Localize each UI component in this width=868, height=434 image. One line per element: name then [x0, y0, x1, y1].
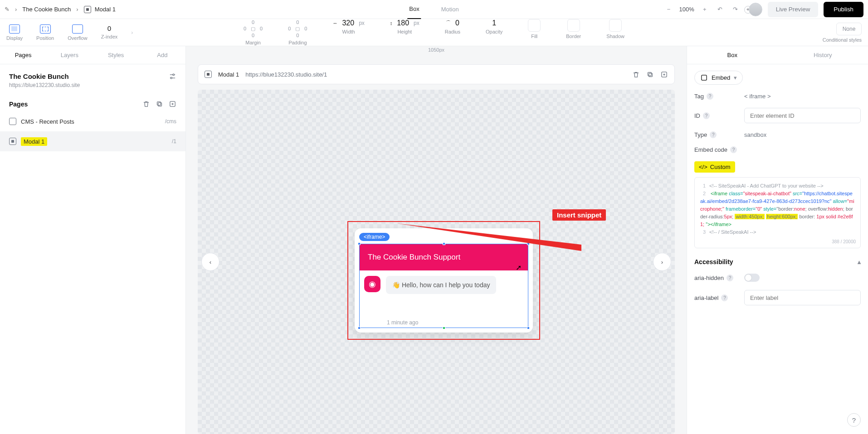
duplicate-icon[interactable] — [646, 71, 654, 78]
id-input[interactable] — [744, 108, 861, 123]
svg-rect-3 — [157, 102, 161, 106]
custom-label: Custom — [710, 164, 731, 170]
zoom-out-button[interactable]: − — [663, 5, 673, 14]
chevron-up-icon[interactable]: ▴ — [858, 258, 861, 265]
tab-motion[interactable]: Motion — [439, 0, 461, 19]
type-value[interactable]: sandbox — [744, 131, 861, 138]
canvas-modal-url: https://blue132230.studio.site/1 — [245, 71, 327, 78]
settings-icon[interactable] — [169, 72, 176, 80]
help-icon[interactable]: ? — [727, 275, 733, 281]
chevron-right-icon: › — [15, 6, 17, 13]
project-name: The Cookie Bunch — [9, 72, 80, 80]
margin-label: Margin — [245, 39, 261, 46]
duplicate-icon[interactable] — [156, 100, 163, 108]
aria-hidden-toggle[interactable] — [744, 274, 760, 282]
display-label: Display — [6, 35, 23, 41]
tag-value[interactable]: < iframe > — [744, 93, 861, 100]
left-tab-add[interactable]: Add — [139, 46, 185, 64]
right-tab-box[interactable]: Box — [687, 46, 778, 64]
height-value[interactable]: 180 — [397, 19, 409, 27]
embed-type-chip[interactable]: Embed ▾ — [694, 71, 743, 85]
canvas-modal-name[interactable]: Modal 1 — [218, 71, 239, 78]
help-icon[interactable]: ? — [730, 146, 737, 153]
modal-icon — [84, 6, 91, 13]
breadcrumb-page[interactable]: Modal 1 — [95, 6, 116, 13]
breadcrumb-project[interactable]: The Cookie Bunch — [22, 6, 71, 13]
aria-hidden-label: aria-hidden — [694, 275, 724, 281]
width-icon: ↔ — [332, 20, 337, 26]
margin-right[interactable]: 0 — [260, 25, 263, 32]
right-tab-history[interactable]: History — [778, 46, 868, 64]
add-page-icon[interactable] — [169, 100, 176, 108]
live-preview-button[interactable]: Live Preview — [768, 2, 819, 17]
zindex-label: Z-index — [101, 34, 118, 39]
svg-rect-2 — [158, 103, 162, 106]
page-name: CMS - Recent Posts — [21, 118, 74, 125]
trash-icon[interactable] — [142, 100, 150, 108]
add-icon[interactable] — [660, 71, 668, 78]
overflow-icon[interactable] — [72, 24, 83, 34]
fill-label: Fill — [531, 34, 537, 39]
help-icon[interactable]: ? — [710, 131, 717, 138]
custom-code-chip[interactable]: </> Custom — [694, 161, 735, 173]
radius-value[interactable]: 0 — [455, 19, 459, 27]
border-label: Border — [566, 34, 581, 39]
svg-rect-9 — [702, 75, 707, 80]
undo-button[interactable]: ↶ — [715, 5, 725, 14]
svg-marker-8 — [396, 223, 581, 251]
edit-icon[interactable]: ✎ — [5, 6, 10, 13]
page-item[interactable]: Modal 1 /1 — [0, 131, 185, 151]
padding-right[interactable]: 0 — [304, 25, 307, 32]
canvas-area[interactable]: ‹ › <iframe> The Cookie Bunch Support ◉ — [198, 90, 675, 434]
shadow-chip[interactable] — [609, 19, 622, 32]
id-label: ID — [694, 112, 700, 119]
width-unit[interactable]: px — [359, 20, 365, 26]
chevron-right-icon[interactable]: › — [131, 29, 133, 36]
padding-label: Padding — [288, 39, 307, 46]
zindex-value[interactable]: 0 — [107, 24, 111, 32]
embed-code-editor[interactable]: 1<!-- SiteSpeakAI - Add ChatGPT to your … — [694, 177, 861, 248]
margin-bottom[interactable]: 0 — [252, 32, 254, 39]
trash-icon[interactable] — [632, 71, 640, 78]
help-button[interactable]: ? — [847, 413, 861, 427]
next-breakpoint-button[interactable]: › — [653, 253, 671, 271]
conditional-none[interactable]: None — [836, 23, 862, 35]
fill-chip[interactable] — [528, 19, 541, 32]
margin-top[interactable]: 0 — [252, 19, 254, 25]
embed-code-label: Embed code — [694, 146, 727, 153]
zoom-in-button[interactable]: + — [700, 5, 710, 14]
left-tab-layers[interactable]: Layers — [46, 46, 93, 64]
border-chip[interactable] — [567, 19, 580, 32]
char-counter: 388 / 20000 — [832, 238, 856, 246]
padding-top[interactable]: 0 — [296, 19, 299, 25]
help-icon[interactable]: ? — [707, 93, 713, 100]
margin-left[interactable]: 0 — [244, 25, 246, 32]
page-name: Modal 1 — [21, 137, 47, 146]
height-unit[interactable]: px — [414, 20, 419, 26]
left-tab-styles[interactable]: Styles — [93, 46, 139, 64]
padding-bottom[interactable]: 0 — [296, 32, 299, 39]
help-icon[interactable]: ? — [721, 294, 728, 301]
opacity-value[interactable]: 1 — [492, 19, 496, 27]
user-avatar[interactable] — [749, 3, 762, 16]
conditional-styles-label: Conditional styles — [823, 37, 862, 43]
annotation-callout: Insert snippet — [552, 209, 606, 221]
left-tab-pages[interactable]: Pages — [0, 46, 46, 64]
display-icon[interactable] — [9, 24, 20, 34]
width-value[interactable]: 320 — [342, 19, 354, 27]
width-label: Width — [342, 29, 355, 34]
page-item[interactable]: CMS - Recent Posts /cms — [0, 111, 185, 131]
redo-button[interactable]: ↷ — [731, 5, 741, 14]
radius-icon: ⌒ — [446, 19, 451, 26]
help-icon[interactable]: ? — [703, 112, 710, 119]
padding-left[interactable]: 0 — [288, 25, 291, 32]
accessibility-header[interactable]: Accessibility — [694, 258, 733, 265]
aria-label-input[interactable] — [744, 290, 861, 305]
tab-box[interactable]: Box — [407, 0, 421, 19]
publish-button[interactable]: Publish — [824, 2, 863, 17]
position-icon[interactable] — [40, 24, 51, 34]
opacity-label: Opacity — [486, 29, 502, 34]
type-label: Type — [694, 131, 707, 138]
radius-label: Radius — [445, 29, 460, 34]
prev-breakpoint-button[interactable]: ‹ — [201, 253, 219, 271]
